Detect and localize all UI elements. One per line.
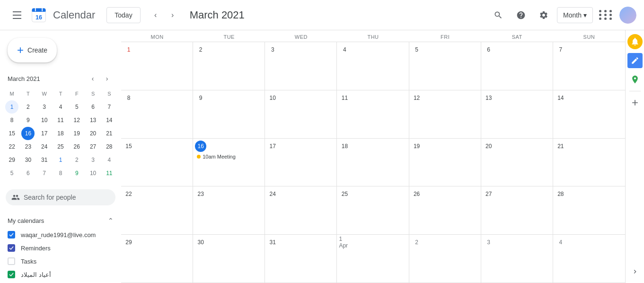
day-number[interactable]: 7 xyxy=(555,44,566,55)
day-number[interactable]: 1 Apr xyxy=(339,237,350,248)
day-cell[interactable]: 28 xyxy=(553,186,625,234)
mini-day-cell[interactable]: 7 xyxy=(103,100,116,114)
mini-day-cell[interactable]: 14 xyxy=(103,114,116,127)
day-cell[interactable]: 12 xyxy=(409,90,481,138)
avatar[interactable] xyxy=(619,7,636,24)
day-cell[interactable]: 11 xyxy=(337,90,409,138)
mini-day-cell[interactable]: 11 xyxy=(103,167,116,180)
mini-day-cell[interactable]: 21 xyxy=(103,127,116,140)
mini-day-cell[interactable]: 2 xyxy=(70,153,83,167)
day-cell[interactable]: 23 xyxy=(193,186,265,234)
day-number[interactable]: 20 xyxy=(483,141,494,152)
day-cell[interactable]: 24 xyxy=(265,186,337,234)
day-number[interactable]: 18 xyxy=(339,141,350,152)
day-number[interactable]: 2 xyxy=(411,237,423,248)
mini-day-cell[interactable]: 9 xyxy=(21,114,35,127)
day-cell[interactable]: 2 xyxy=(409,235,481,283)
mini-day-cell[interactable]: 5 xyxy=(5,167,18,180)
day-number[interactable]: 2 xyxy=(195,44,206,55)
prev-month-button[interactable]: ‹ xyxy=(148,8,163,23)
day-number[interactable]: 5 xyxy=(411,44,423,55)
day-cell[interactable]: 13 xyxy=(481,90,553,138)
day-number[interactable]: 4 xyxy=(339,44,350,55)
day-cell[interactable]: 20 xyxy=(481,139,553,186)
day-number[interactable]: 26 xyxy=(411,188,423,200)
calendar-item-birthdays[interactable]: أعياد الميلاد xyxy=(4,268,117,281)
day-number[interactable]: 1 xyxy=(123,44,134,55)
today-button[interactable]: Today xyxy=(106,7,140,23)
day-cell[interactable]: 3 xyxy=(481,235,553,283)
day-number[interactable]: 27 xyxy=(483,188,494,200)
edit-panel-icon[interactable] xyxy=(627,53,643,68)
day-number[interactable]: 29 xyxy=(123,237,134,248)
apps-button[interactable] xyxy=(597,6,616,25)
search-button[interactable] xyxy=(489,6,508,25)
mini-day-cell[interactable]: 19 xyxy=(70,127,83,140)
settings-button[interactable] xyxy=(534,6,553,25)
mini-day-cell[interactable]: 16 xyxy=(21,127,35,140)
day-cell[interactable]: 3 xyxy=(265,42,337,90)
mini-prev-button[interactable]: ‹ xyxy=(86,72,99,85)
day-number[interactable]: 8 xyxy=(123,92,134,104)
day-number[interactable]: 23 xyxy=(195,188,206,200)
day-number[interactable]: 21 xyxy=(555,141,566,152)
mini-day-cell[interactable]: 27 xyxy=(87,140,100,153)
mini-cal-title[interactable]: March 2021 xyxy=(8,75,40,82)
day-number[interactable]: 4 xyxy=(555,237,566,248)
create-button[interactable]: + Create xyxy=(8,38,57,62)
calendar-item-tasks[interactable]: Tasks xyxy=(4,255,117,268)
day-number[interactable]: 19 xyxy=(411,141,423,152)
day-cell[interactable]: 21 xyxy=(553,139,625,186)
next-month-button[interactable]: › xyxy=(165,8,180,23)
mini-day-cell[interactable]: 8 xyxy=(5,114,18,127)
mini-day-cell[interactable]: 13 xyxy=(87,114,100,127)
mini-day-cell[interactable]: 4 xyxy=(103,153,116,167)
day-number[interactable]: 24 xyxy=(267,188,278,200)
day-cell[interactable]: 1 xyxy=(121,42,193,90)
mini-day-cell[interactable]: 3 xyxy=(87,153,100,167)
day-number[interactable]: 9 xyxy=(195,92,206,104)
day-number[interactable]: 14 xyxy=(555,92,566,104)
mini-day-cell[interactable]: 24 xyxy=(38,140,51,153)
search-people[interactable]: Search for people xyxy=(6,189,115,205)
mini-day-cell[interactable]: 6 xyxy=(87,100,100,114)
mini-day-cell[interactable]: 7 xyxy=(38,167,51,180)
day-number[interactable]: 3 xyxy=(483,237,494,248)
day-cell[interactable]: 5 xyxy=(409,42,481,90)
mini-day-cell[interactable]: 26 xyxy=(70,140,83,153)
mini-day-cell[interactable]: 10 xyxy=(87,167,100,180)
event-pill[interactable]: 10am Meeting xyxy=(195,153,263,160)
day-cell[interactable]: 4 xyxy=(337,42,409,90)
day-number[interactable]: 12 xyxy=(411,92,423,104)
mini-day-cell[interactable]: 22 xyxy=(5,140,18,153)
mini-day-cell[interactable]: 20 xyxy=(87,127,100,140)
add-panel-button[interactable] xyxy=(627,95,643,110)
calendar-item-waqar[interactable]: waqar_rude1991@live.com xyxy=(4,228,117,241)
day-number[interactable]: 10 xyxy=(267,92,278,104)
mini-day-cell[interactable]: 17 xyxy=(38,127,51,140)
day-number[interactable]: 11 xyxy=(339,92,350,104)
mini-day-cell[interactable]: 4 xyxy=(54,100,67,114)
day-cell[interactable]: 17 xyxy=(265,139,337,186)
day-cell[interactable]: 18 xyxy=(337,139,409,186)
day-cell[interactable]: 25 xyxy=(337,186,409,234)
view-selector[interactable]: Month ▾ xyxy=(557,7,593,23)
day-cell[interactable]: 29 xyxy=(121,235,193,283)
day-cell[interactable]: 27 xyxy=(481,186,553,234)
day-number[interactable]: 25 xyxy=(339,188,350,200)
day-number[interactable]: 28 xyxy=(555,188,566,200)
day-number[interactable]: 16 xyxy=(195,141,206,152)
expand-panel-button[interactable] xyxy=(627,264,643,279)
mini-day-cell[interactable]: 31 xyxy=(38,153,51,167)
day-cell[interactable]: 9 xyxy=(193,90,265,138)
help-button[interactable] xyxy=(512,6,530,25)
mini-day-cell[interactable]: 9 xyxy=(70,167,83,180)
day-cell[interactable]: 7 xyxy=(553,42,625,90)
day-cell[interactable]: 6 xyxy=(481,42,553,90)
day-cell[interactable]: 31 xyxy=(265,235,337,283)
mini-day-cell[interactable]: 11 xyxy=(54,114,67,127)
day-cell[interactable]: 14 xyxy=(553,90,625,138)
day-cell[interactable]: 30 xyxy=(193,235,265,283)
mini-day-cell[interactable]: 12 xyxy=(70,114,83,127)
mini-day-cell[interactable]: 28 xyxy=(103,140,116,153)
